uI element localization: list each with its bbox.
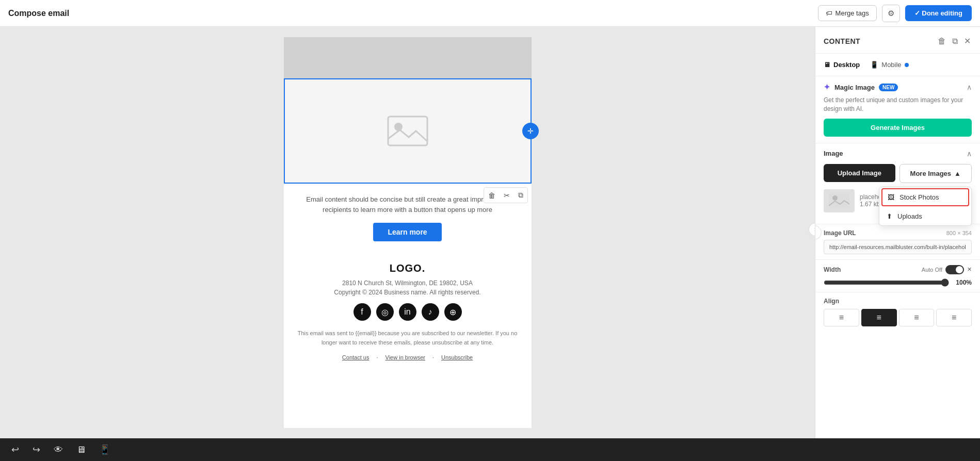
view-in-browser-link[interactable]: View in browser (385, 354, 425, 360)
magic-icon: ✦ (824, 83, 830, 92)
delete-block-button[interactable]: 🗑 (485, 189, 499, 202)
more-images-dropdown: 🖼 Stock Photos ⬆ Uploads (879, 187, 972, 226)
new-badge: NEW (879, 84, 898, 91)
svg-rect-2 (829, 193, 849, 208)
width-row: Width Auto Off ✕ (824, 265, 972, 274)
align-justify-button[interactable]: ≡ (936, 309, 972, 326)
email-header-section (284, 37, 532, 78)
image-section: Image ∧ Upload Image More Images ▲ 🖼 Sto… (815, 143, 980, 224)
globe-icon: ⊕ (444, 303, 462, 321)
bottom-toolbar: ↩ ↪ 👁 🖥 📱 (0, 438, 980, 461)
stock-photos-icon: 🖼 (888, 193, 894, 201)
block-toolbar: 🗑 ✂ ⧉ (484, 187, 528, 203)
email-footer: LOGO. 2810 N Church St, Wilmington, DE 1… (284, 252, 532, 371)
svg-rect-0 (388, 117, 427, 145)
desktop-icon: 🖥 (824, 61, 830, 69)
width-range-input[interactable] (824, 278, 949, 287)
svg-point-3 (832, 195, 838, 201)
toggle-x-label: ✕ (967, 266, 972, 273)
redo-button[interactable]: ↪ (29, 442, 43, 457)
footer-links: Contact us · View in browser · Unsubscri… (294, 354, 521, 360)
right-sidebar: › CONTENT 🗑 ⧉ ✕ 🖥 Desktop 📱 Mobile (815, 27, 980, 438)
sidebar-copy-button[interactable]: ⧉ (951, 35, 959, 47)
url-label-row: Image URL 800 × 354 (824, 229, 972, 237)
width-toggle-row: Auto Off ✕ (922, 265, 972, 274)
undo-button[interactable]: ↩ (8, 442, 22, 457)
main-area: ✛ 🗑 ✂ ⧉ Email content should be concise … (0, 27, 980, 438)
unsubscribe-link[interactable]: Unsubscribe (441, 354, 473, 360)
image-url-section: Image URL 800 × 354 (815, 224, 980, 260)
sidebar-close-button[interactable]: ✕ (963, 35, 972, 47)
image-url-input[interactable] (824, 240, 972, 254)
image-action-buttons: Upload Image More Images ▲ 🖼 Stock Photo… (824, 164, 972, 183)
magic-image-title: ✦ Magic Image NEW (824, 83, 898, 92)
instagram-icon: ◎ (376, 303, 394, 321)
merge-tags-button[interactable]: 🏷 Merge tags (818, 5, 877, 21)
preview-button[interactable]: 👁 (51, 442, 66, 457)
mobile-dot (905, 63, 909, 67)
learn-more-button[interactable]: Learn more (373, 223, 441, 241)
done-editing-button[interactable]: ✓ Done editing (905, 5, 972, 21)
align-right-button[interactable]: ≡ (899, 309, 935, 326)
topbar-actions: 🏷 Merge tags ⚙ ✓ Done editing (818, 5, 972, 22)
auto-off-label: Auto Off (922, 267, 942, 273)
width-label: Width (824, 266, 841, 273)
text-block: 🗑 ✂ ⧉ Email content should be concise bu… (284, 184, 532, 252)
uploads-icon: ⬆ (887, 212, 892, 220)
scissors-block-button[interactable]: ✂ (501, 189, 513, 202)
sidebar-title: CONTENT (824, 37, 860, 45)
stock-photos-item[interactable]: 🖼 Stock Photos (881, 188, 969, 206)
email-canvas: ✛ 🗑 ✂ ⧉ Email content should be concise … (284, 37, 532, 428)
sidebar-header: CONTENT 🗑 ⧉ ✕ (815, 27, 980, 54)
magic-image-section: ✦ Magic Image NEW ∧ Get the perfect uniq… (815, 76, 980, 143)
sidebar-header-actions: 🗑 ⧉ ✕ (937, 35, 972, 47)
canvas-collapse-arrow[interactable]: › (809, 223, 815, 236)
topbar: Compose email 🏷 Merge tags ⚙ ✓ Done edit… (0, 0, 980, 27)
mobile-tab[interactable]: 📱 Mobile (870, 59, 908, 71)
upload-image-button[interactable]: Upload Image (824, 164, 895, 182)
uploads-item[interactable]: ⬆ Uploads (879, 207, 971, 225)
footer-social-icons: f ◎ in ♪ ⊕ (294, 303, 521, 321)
svg-point-1 (394, 123, 403, 131)
more-images-button[interactable]: More Images ▲ (899, 164, 972, 183)
settings-button[interactable]: ⚙ (882, 5, 900, 22)
mobile-icon: 📱 (870, 61, 878, 69)
generate-images-button[interactable]: Generate Images (824, 119, 972, 137)
align-left-button[interactable]: ≡ (824, 309, 859, 326)
image-placeholder (285, 79, 531, 183)
footer-address: 2810 N Church St, Wilmington, DE 19802, … (294, 279, 521, 287)
email-text: Email content should be concise but stil… (300, 194, 516, 215)
magic-image-header: ✦ Magic Image NEW ∧ (824, 83, 972, 92)
footer-logo: LOGO. (294, 262, 521, 274)
image-dimensions: 800 × 354 (946, 230, 972, 236)
desktop-tab[interactable]: 🖥 Desktop (824, 59, 860, 71)
image-thumbnail (824, 189, 855, 212)
desktop-view-button[interactable]: 🖥 (73, 442, 89, 457)
width-range-row: 100% (824, 278, 972, 287)
magic-image-description: Get the perfect unique and custom images… (824, 96, 972, 113)
sidebar-delete-button[interactable]: 🗑 (937, 35, 947, 47)
image-block[interactable]: ✛ (284, 78, 532, 184)
image-url-label: Image URL (824, 229, 856, 237)
drag-handle[interactable]: ✛ (522, 123, 539, 139)
page-title: Compose email (8, 9, 69, 18)
footer-copyright: Copyright © 2024 Business name. All righ… (294, 289, 521, 296)
linkedin-icon: in (399, 303, 416, 321)
contact-us-link[interactable]: Contact us (342, 354, 369, 360)
width-value: 100% (953, 279, 972, 286)
magic-image-collapse[interactable]: ∧ (967, 83, 972, 91)
canvas-area[interactable]: ✛ 🗑 ✂ ⧉ Email content should be concise … (0, 27, 815, 438)
tiktok-icon: ♪ (422, 303, 439, 321)
tag-icon: 🏷 (826, 9, 832, 17)
image-section-title: Image (824, 150, 843, 157)
chevron-down-icon: ▲ (954, 170, 961, 177)
facebook-icon: f (354, 303, 371, 321)
copy-block-button[interactable]: ⧉ (515, 189, 526, 202)
align-section: Align ≡ ≡ ≡ ≡ (815, 292, 980, 332)
width-toggle-switch[interactable] (945, 265, 964, 274)
mobile-view-button[interactable]: 📱 (96, 442, 114, 457)
align-center-button[interactable]: ≡ (861, 309, 897, 326)
align-label: Align (824, 298, 972, 305)
image-section-collapse[interactable]: ∧ (967, 150, 972, 158)
image-section-header: Image ∧ (824, 150, 972, 158)
